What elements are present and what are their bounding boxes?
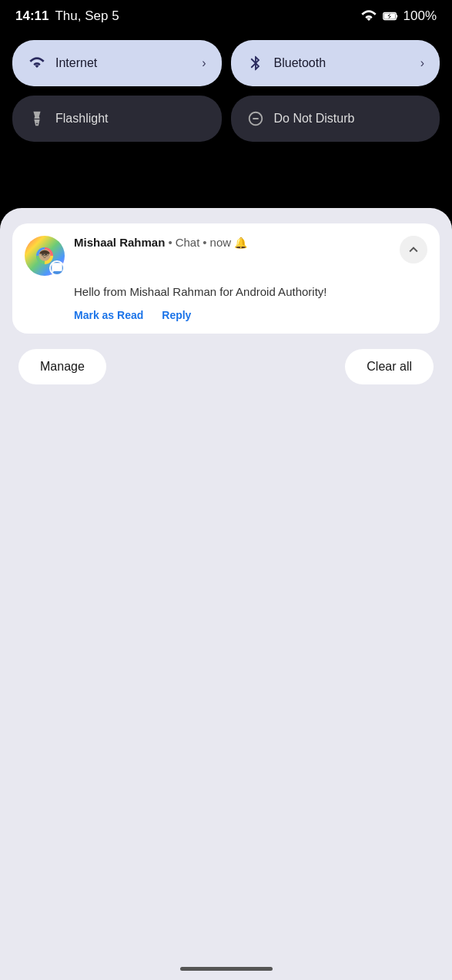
notification-actions: Mark as Read Reply (25, 309, 427, 321)
notification-body: Hello from Mishaal Rahman for Android Au… (25, 284, 427, 300)
notification-sender: Mishaal Rahman • Chat • now 🔔 (74, 236, 400, 249)
do-not-disturb-label: Do Not Disturb (274, 112, 425, 126)
clear-all-button[interactable]: Clear all (345, 349, 434, 384)
bluetooth-chevron-icon: › (420, 56, 424, 70)
collapse-button[interactable] (400, 236, 427, 263)
status-time: 14:11 (15, 8, 49, 24)
chat-badge-icon (51, 260, 63, 277)
bluetooth-icon (246, 54, 265, 72)
wifi-icon (28, 54, 46, 72)
manage-button[interactable]: Manage (18, 349, 106, 384)
notification-meta: Mishaal Rahman • Chat • now 🔔 (74, 236, 400, 249)
flashlight-icon (28, 109, 46, 128)
internet-chevron-icon: › (202, 56, 206, 70)
notification-panel: Mishaal Rahman • Chat • now 🔔 Hello from… (0, 208, 452, 980)
svg-rect-2 (396, 15, 397, 18)
bluetooth-tile[interactable]: Bluetooth › (231, 40, 440, 86)
svg-point-5 (42, 253, 44, 255)
status-left: 14:11 Thu, Sep 5 (15, 8, 119, 24)
notification-left: Mishaal Rahman • Chat • now 🔔 (25, 236, 400, 276)
avatar-container (25, 236, 65, 276)
internet-tile[interactable]: Internet › (12, 40, 222, 86)
svg-point-6 (45, 253, 47, 255)
home-indicator (180, 967, 273, 971)
flashlight-tile[interactable]: Flashlight (12, 96, 222, 142)
app-badge (49, 260, 65, 276)
chevron-up-icon (405, 241, 422, 258)
status-right: 100% (360, 8, 437, 25)
reply-button[interactable]: Reply (162, 309, 191, 321)
bottom-buttons: Manage Clear all (12, 346, 440, 388)
quick-tiles: Internet › Bluetooth › Flashlight Do Not… (0, 31, 452, 151)
status-date: Thu, Sep 5 (55, 8, 119, 24)
do-not-disturb-icon (246, 109, 265, 128)
mark-as-read-button[interactable]: Mark as Read (74, 309, 143, 321)
internet-label: Internet (55, 56, 193, 70)
wifi-status-icon (360, 8, 377, 25)
status-bar: 14:11 Thu, Sep 5 100% (0, 0, 452, 31)
separator-dot-1: • (168, 236, 172, 249)
separator-dot-2: • (203, 236, 206, 249)
notification-app: Chat (176, 236, 200, 249)
notification-bell-icon: 🔔 (234, 237, 247, 249)
battery-icon (382, 8, 399, 25)
battery-percentage: 100% (403, 8, 437, 24)
flashlight-label: Flashlight (55, 112, 206, 126)
sender-name: Mishaal Rahman (74, 236, 165, 249)
do-not-disturb-tile[interactable]: Do Not Disturb (231, 96, 440, 142)
notification-header: Mishaal Rahman • Chat • now 🔔 (25, 236, 427, 276)
notification-time: now (210, 236, 232, 249)
notification-card: Mishaal Rahman • Chat • now 🔔 Hello from… (12, 223, 440, 334)
bluetooth-label: Bluetooth (274, 56, 411, 70)
